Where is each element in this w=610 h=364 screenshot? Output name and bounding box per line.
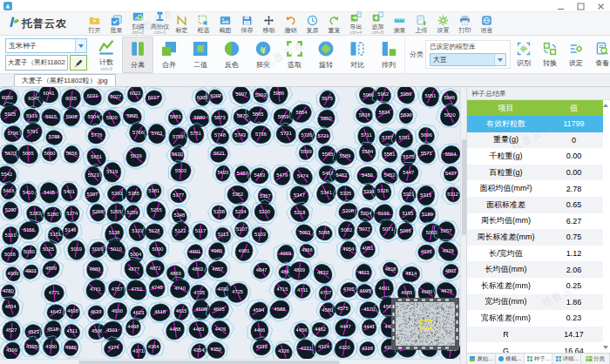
classify-label: 分类 <box>410 50 424 59</box>
toolbar-button-merge[interactable]: 合并 <box>153 37 185 73</box>
toolbar-button-restore[interactable]: 复原 <box>302 15 323 33</box>
brand-name: 托普云农 <box>22 17 67 31</box>
toolbar-button-configure[interactable]: 设定 <box>563 37 589 72</box>
panel-tab-image[interactable]: 原始... <box>467 354 496 364</box>
sample-type-select[interactable]: 玉米种子 <box>5 38 87 53</box>
chevron-down-icon[interactable] <box>75 39 86 52</box>
result-row[interactable]: 宽均值(mm)1.86 <box>467 294 603 311</box>
toolbar-button-arrange[interactable]: 排列 <box>373 37 404 73</box>
result-row[interactable]: 重量(g)0 <box>467 132 603 149</box>
toolbar-button-binary[interactable]: 二值 <box>185 37 216 73</box>
column-header-item: 项目 <box>467 100 545 116</box>
chevron-down-icon[interactable] <box>494 54 505 65</box>
toolbar-button-separate[interactable]: 分离 <box>122 37 153 73</box>
edit-sample-button[interactable] <box>70 55 87 71</box>
toolbar-button-batch-check[interactable]: 批量 <box>105 15 127 33</box>
main-toolbar: 托普云农 打开批量扫描ctrl+2高拍仪ctrl+1标定框选截图保存移动撤销复原… <box>0 11 610 36</box>
result-row[interactable]: 面积均值(mm²)2.78 <box>467 180 603 197</box>
toolbar-button-screenshot[interactable]: 截图 <box>214 15 236 33</box>
maximize-button[interactable] <box>576 2 586 11</box>
panel-tab-slice[interactable]: 横截... <box>496 354 525 364</box>
result-row[interactable]: R14.17 <box>467 327 603 343</box>
result-item-label: 长/宽均值 <box>467 246 545 262</box>
toolbar-button-settings[interactable]: 设置 <box>432 15 454 33</box>
scan-icon <box>132 11 144 23</box>
sample-name-input[interactable] <box>5 55 68 71</box>
toolbar-button-pick[interactable]: 选取 <box>279 37 310 73</box>
toolbar-button-move[interactable]: 移动 <box>258 15 280 33</box>
horizontal-scrollbar[interactable] <box>0 359 460 364</box>
print-icon <box>459 15 471 26</box>
toolbar-button-save[interactable]: 保存 <box>236 15 258 33</box>
toolbar-button-upload[interactable]: 上传 <box>410 15 432 33</box>
toolbar-button-print[interactable]: 打印 <box>454 15 476 33</box>
toolbar-button-recognize[interactable]: 识别 <box>511 37 537 72</box>
results-table-header: 项目 值 <box>467 100 603 116</box>
calibrate-icon <box>176 15 187 26</box>
move-icon <box>263 15 274 26</box>
vertical-scrollbar-thumb[interactable] <box>462 139 466 235</box>
toolbar-button-language[interactable]: 语言 <box>476 15 498 33</box>
result-row[interactable]: 面积标准差0.65 <box>467 197 603 213</box>
result-row[interactable]: G16.64 <box>467 342 603 353</box>
panel-tab-label: 原始... <box>477 355 492 363</box>
document-tab[interactable]: 大麦子（黑籽11802粒）.jpg <box>14 74 116 86</box>
model-select[interactable]: 大豆 <box>430 53 506 66</box>
toolbar-button-label: 查看 <box>595 60 609 67</box>
result-row[interactable]: 有效籽粒数11799 <box>467 116 603 132</box>
panel-tab-seed-results[interactable]: 种子... <box>525 354 553 364</box>
horizontal-scrollbar-thumb[interactable] <box>78 361 340 364</box>
toolbar-button-label: 打开 <box>89 27 101 33</box>
table-scroll-down-arrow[interactable] <box>603 346 608 349</box>
result-row[interactable]: 周长均值(mm)6.27 <box>467 213 603 230</box>
toolbar-button-append[interactable]: 追加ctrl+5 <box>367 11 389 36</box>
main-toolbar-items: 打开批量扫描ctrl+2高拍仪ctrl+1标定框选截图保存移动撤销复原重复导出c… <box>84 11 498 36</box>
toolbar-button-export[interactable]: 导出ctrl+4 <box>345 11 367 36</box>
window-titlebar <box>0 0 610 11</box>
table-scroll-up-arrow[interactable] <box>603 104 608 107</box>
toolbar-button-undo[interactable]: 撤销 <box>280 15 302 33</box>
toolbar-button-measure[interactable]: 测量 <box>389 15 410 33</box>
configure-icon <box>569 42 583 58</box>
overview-navigator[interactable] <box>391 298 459 350</box>
overview-navigator-canvas[interactable] <box>391 298 459 350</box>
panel-tab-detail[interactable]: 详细... <box>552 354 581 364</box>
toolbar-button-label: 复原 <box>307 27 319 33</box>
minimize-button[interactable] <box>556 2 566 11</box>
result-item-label: 周长均值(mm) <box>467 213 545 230</box>
image-viewer[interactable] <box>0 87 460 364</box>
result-row[interactable]: 宽标准差(mm)0.23 <box>467 310 603 327</box>
toolbar-button-label: 设定 <box>569 60 583 67</box>
toolbar-button-label: 分离 <box>131 62 145 69</box>
result-row[interactable]: 长均值(mm)2.06 <box>467 261 603 278</box>
toolbar-button-tip[interactable]: 胚尖 <box>247 37 279 73</box>
toolbar-button-compare[interactable]: 对比 <box>342 37 373 73</box>
recognize-icon <box>517 42 531 58</box>
result-row[interactable]: 百粒重(g)0.00 <box>467 165 603 181</box>
result-row[interactable]: 长/宽均值1.12 <box>467 246 603 262</box>
result-item-label: 长标准差(mm) <box>467 278 545 294</box>
result-row[interactable]: 千粒重(g)0.00 <box>467 148 603 165</box>
result-item-label: 重量(g) <box>467 132 545 149</box>
close-button[interactable] <box>596 2 606 11</box>
panel-tab-classify[interactable]: 分类 <box>581 354 610 364</box>
toolbar-button-open-folder[interactable]: 打开 <box>84 15 105 33</box>
toolbar-button-convert[interactable]: 转换 <box>537 37 563 72</box>
toolbar-button-inspect[interactable]: 查看 <box>589 37 610 72</box>
result-row[interactable]: 周长标准差(mm)0.75 <box>467 229 603 246</box>
result-row[interactable]: 长标准差(mm)0.25 <box>467 278 603 294</box>
document-tabstrip: 大麦子（黑籽11802粒）.jpg <box>0 74 610 87</box>
toolbar-button-count[interactable]: 计数ctrl+3 <box>91 37 122 73</box>
results-panel: 种子总结果 项目 值 有效籽粒数11799重量(g)0千粒重(g)0.00百粒重… <box>467 87 610 364</box>
toolbar-button-doc-camera[interactable]: 高拍仪ctrl+1 <box>149 11 171 36</box>
result-item-label: 百粒重(g) <box>467 165 545 181</box>
toolbar-button-invert[interactable]: 反色 <box>216 37 247 73</box>
vertical-scrollbar[interactable] <box>460 87 467 364</box>
tools-toolbar: 玉米种子 计数ctrl+3分离合并二值反色胚尖选取旋转对比排列 分类 已设定的模… <box>0 36 610 74</box>
toolbar-button-scan[interactable]: 扫描ctrl+2 <box>127 11 149 36</box>
toolbar-button-rotate[interactable]: 旋转 <box>310 37 342 73</box>
toolbar-button-calibrate[interactable]: 标定 <box>171 15 193 33</box>
result-item-value: 0.25 <box>545 278 603 294</box>
toolbar-button-redo[interactable]: 重复 <box>323 15 345 33</box>
toolbar-button-box-select[interactable]: 框选 <box>193 15 214 33</box>
